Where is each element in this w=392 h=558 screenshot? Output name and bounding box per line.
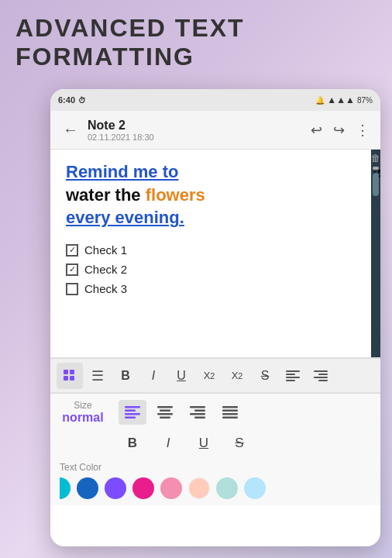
page-title-line1: ADVANCED TEXT: [15, 14, 377, 43]
svg-rect-11: [318, 380, 328, 381]
back-button[interactable]: ←: [57, 115, 84, 145]
svg-rect-1: [70, 370, 74, 374]
bold-style-button[interactable]: B: [119, 431, 146, 456]
battery-icon: 87%: [357, 96, 373, 105]
style-buttons-row: B I U S: [60, 431, 371, 456]
svg-rect-5: [286, 374, 295, 375]
list-item: Check 3: [66, 282, 368, 295]
svg-rect-22: [190, 413, 205, 415]
align-right-button[interactable]: [184, 400, 211, 425]
strikethrough-format-button[interactable]: S: [252, 363, 278, 389]
align-left-format-button[interactable]: [280, 363, 306, 389]
note-title: Note 2: [88, 119, 306, 133]
bold-format-button[interactable]: B: [112, 363, 139, 389]
check-label-3: Check 3: [84, 282, 127, 295]
notification-icon: 🔔: [315, 96, 325, 105]
color-swatch-pink[interactable]: [132, 477, 154, 499]
clock-icon: ⏱: [78, 96, 86, 105]
svg-rect-8: [314, 370, 328, 372]
svg-rect-4: [286, 370, 300, 372]
svg-rect-13: [125, 410, 136, 412]
align-left-button[interactable]: [119, 400, 146, 425]
svg-rect-7: [286, 380, 295, 381]
app-bar-title-area: Note 2 02.11.2021 18:30: [88, 119, 306, 142]
svg-rect-9: [318, 374, 328, 375]
svg-rect-26: [222, 413, 238, 415]
app-bar-actions: ↩ ↪ ⋮: [306, 117, 374, 143]
svg-rect-23: [194, 417, 205, 419]
list-item: ✓ Check 2: [66, 263, 368, 276]
color-swatches: [60, 477, 371, 499]
scroll-refresh-icon[interactable]: ↺: [373, 167, 379, 170]
note-body-text: Remind me to water the flowers every eve…: [66, 160, 368, 229]
svg-rect-15: [125, 417, 136, 419]
check-label-1: Check 1: [84, 243, 127, 257]
color-swatch-half-cyan[interactable]: [60, 477, 70, 499]
svg-rect-25: [222, 410, 238, 412]
color-swatch-peach[interactable]: [188, 477, 210, 499]
checkbox-unchecked-3[interactable]: [66, 283, 78, 295]
scroll-up-icon[interactable]: 🗑: [371, 153, 380, 164]
italic-style-button[interactable]: I: [154, 431, 182, 456]
svg-rect-19: [160, 417, 170, 419]
text-color-label: Text Color: [60, 462, 371, 473]
color-swatch-purple[interactable]: [105, 477, 126, 499]
subscript-format-button[interactable]: X2: [196, 363, 222, 389]
svg-rect-24: [222, 406, 238, 408]
scroll-thumb[interactable]: [373, 173, 379, 196]
align-right-format-button[interactable]: [308, 363, 334, 389]
list-button[interactable]: ☰: [84, 363, 111, 389]
page-title-area: ADVANCED TEXT FORMATTING: [15, 14, 377, 71]
status-time: 6:40 ⏱: [58, 95, 86, 105]
wifi-icon: ▲▲▲: [327, 95, 355, 105]
size-label: Size: [74, 400, 91, 411]
note-text-part3: flowers: [146, 185, 205, 205]
underline-format-button[interactable]: U: [168, 363, 194, 389]
note-text-part1: Remind me to: [66, 162, 178, 181]
color-swatch-dark-blue[interactable]: [77, 477, 98, 499]
align-justify-button[interactable]: [216, 400, 244, 425]
svg-rect-0: [64, 370, 68, 374]
size-value[interactable]: normal: [62, 411, 103, 425]
superscript-format-button[interactable]: X2: [224, 363, 250, 389]
underline-style-button[interactable]: U: [190, 431, 218, 456]
redo-button[interactable]: ↪: [328, 117, 349, 143]
svg-rect-6: [286, 377, 300, 378]
svg-rect-18: [157, 413, 173, 415]
italic-format-button[interactable]: I: [140, 363, 167, 389]
checkbox-checked-2[interactable]: ✓: [66, 264, 78, 276]
check-label-2: Check 2: [84, 263, 127, 276]
strikethrough-style-button[interactable]: S: [225, 431, 253, 456]
svg-rect-14: [125, 413, 140, 415]
bottom-panel: Size normal: [50, 393, 380, 505]
note-text-part4: every evening.: [66, 208, 184, 227]
svg-rect-3: [70, 376, 74, 381]
format-toolbar: ☰ B I U X2 X2 S: [50, 358, 380, 392]
scrollbar[interactable]: 🗑 ↺: [371, 150, 380, 357]
svg-rect-17: [160, 410, 170, 412]
page-title-line2: FORMATTING: [15, 43, 377, 71]
svg-rect-10: [314, 377, 328, 378]
status-bar: 6:40 ⏱ 🔔 ▲▲▲ 87%: [50, 89, 380, 111]
align-buttons-group: [119, 400, 244, 425]
align-center-button[interactable]: [151, 400, 179, 425]
color-swatch-light-pink[interactable]: [160, 477, 182, 499]
phone-frame: 6:40 ⏱ 🔔 ▲▲▲ 87% ← Note 2 02.11.2021 18:…: [50, 89, 380, 546]
checkbox-checked-1[interactable]: ✓: [66, 244, 78, 257]
note-content-area[interactable]: Remind me to water the flowers every eve…: [50, 150, 380, 357]
color-swatch-light-green[interactable]: [216, 477, 238, 499]
color-swatch-light-blue[interactable]: [244, 477, 266, 499]
grid-button[interactable]: [57, 363, 83, 389]
status-icons: 🔔 ▲▲▲ 87%: [315, 95, 373, 105]
more-options-button[interactable]: ⋮: [351, 117, 374, 143]
size-area: Size normal: [60, 400, 106, 425]
svg-rect-16: [157, 406, 173, 408]
app-bar: ← Note 2 02.11.2021 18:30 ↩ ↪ ⋮: [50, 111, 380, 150]
undo-button[interactable]: ↩: [306, 117, 327, 143]
checklist: ✓ Check 1 ✓ Check 2 Check 3: [66, 243, 368, 295]
list-item: ✓ Check 1: [66, 243, 368, 257]
svg-rect-2: [64, 376, 68, 381]
svg-rect-12: [125, 406, 140, 408]
size-align-row: Size normal: [60, 400, 371, 425]
svg-rect-21: [194, 410, 205, 412]
